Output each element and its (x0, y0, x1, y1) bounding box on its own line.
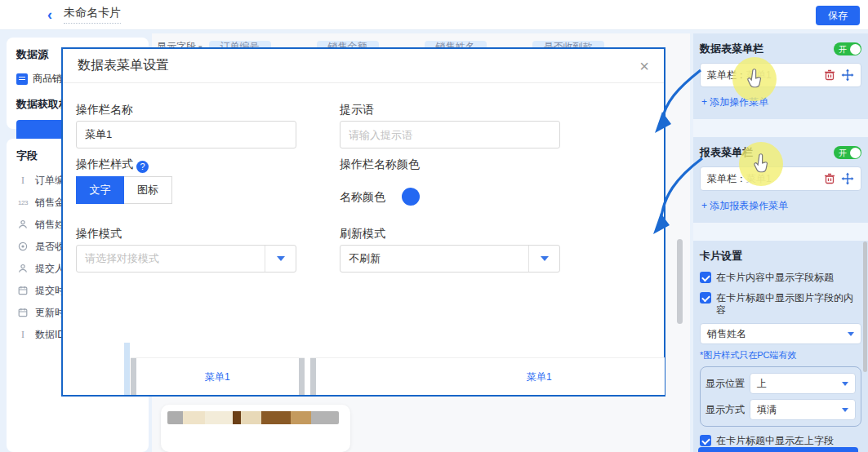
show-field-title-option[interactable]: 在卡片内容中显示字段标题 (700, 272, 861, 284)
calendar-icon (16, 286, 29, 297)
add-report-menu-link[interactable]: + 添加报表操作菜单 (701, 199, 861, 213)
style-label: 操作栏样式? (76, 157, 149, 173)
show-image-field-option[interactable]: 在卡片标题中显示图片字段的内容 (700, 292, 861, 317)
table-menu-toggle[interactable]: 开 (834, 42, 861, 55)
mode-select[interactable]: 请选择对接模式 (76, 245, 296, 273)
dropdown-arrow-icon (842, 408, 848, 412)
scroll-edge (310, 358, 316, 395)
bottom-blue-bar[interactable] (698, 447, 858, 452)
menu-name-input[interactable] (76, 121, 296, 148)
image-style-group: 显示位置 上 显示方式 填满 (700, 366, 861, 427)
tip-label: 提示语 (340, 103, 374, 117)
hand-cursor-icon (750, 153, 772, 175)
position-label: 显示位置 (706, 377, 745, 391)
card-photo (167, 411, 339, 424)
back-icon[interactable]: ‹ (47, 7, 52, 24)
save-button[interactable]: 保存 (816, 6, 860, 25)
dropdown-arrow-icon (265, 246, 296, 272)
name-color-label: 名称颜色 (340, 190, 385, 205)
panel-scrollbar[interactable] (863, 242, 867, 372)
style-segment: 文字 图标 (76, 176, 172, 204)
dropdown-arrow-icon (842, 382, 848, 386)
trash-icon[interactable] (823, 69, 836, 82)
image-field-select[interactable]: 销售姓名 (700, 323, 861, 344)
move-icon[interactable] (841, 69, 854, 82)
sheet-icon (16, 73, 28, 85)
fit-label: 显示方式 (706, 403, 745, 417)
table-menu-title: 数据表菜单栏 (700, 42, 763, 56)
style-text-button[interactable]: 文字 (76, 176, 124, 204)
show-topleft-field-option[interactable]: 在卡片标题中显示左上字段 (700, 435, 861, 447)
card-settings-title: 卡片设置 (700, 249, 861, 264)
refresh-value: 不刷新 (341, 251, 528, 266)
checkbox-checked-icon[interactable] (700, 435, 711, 446)
dropdown-arrow-icon (528, 246, 559, 272)
help-icon[interactable]: ? (136, 161, 149, 173)
settings-panel: 数据表菜单栏 开 菜单栏： 菜单1 + 添加操作菜单 报表菜单栏 开 菜单栏： … (693, 33, 868, 452)
card-edge-strip (124, 343, 130, 395)
trash-icon[interactable] (823, 172, 836, 185)
checkbox-checked-icon[interactable] (700, 292, 711, 304)
text-field-icon: I (16, 175, 29, 187)
radio-field-icon (16, 242, 29, 253)
color-swatch[interactable] (402, 188, 420, 206)
page-title[interactable]: 未命名卡片 (64, 6, 121, 24)
style-icon-button[interactable]: 图标 (124, 176, 172, 204)
mode-label: 操作模式 (76, 227, 122, 242)
cursor-highlight (732, 57, 777, 101)
person-icon (16, 264, 29, 275)
checkbox-checked-icon[interactable] (700, 272, 711, 283)
text-field-icon: I (16, 329, 29, 341)
report-menu-section: 报表菜单栏 开 菜单栏： 菜单1 + 添加报表操作菜单 (693, 137, 868, 223)
mode-placeholder: 请选择对接模式 (77, 251, 265, 266)
card-menu-preview[interactable]: 菜单1 (131, 357, 305, 395)
add-table-menu-link[interactable]: + 添加操作菜单 (701, 95, 861, 109)
modal-title: 数据表菜单设置 (78, 57, 169, 74)
scroll-edge (131, 358, 136, 395)
name-color-section-label: 操作栏名称颜色 (340, 157, 420, 172)
number-field-icon: 123 (16, 199, 29, 206)
card-settings-section: 卡片设置 在卡片内容中显示字段标题 在卡片标题中显示图片字段的内容 销售姓名 *… (693, 241, 868, 452)
card-menu-preview[interactable]: 菜单1 (310, 357, 665, 395)
person-icon (16, 219, 29, 231)
card-preview[interactable] (161, 405, 350, 452)
refresh-label: 刷新模式 (340, 227, 385, 242)
top-bar: ‹ 未命名卡片 保存 (0, 0, 868, 30)
name-label: 操作栏名称 (76, 103, 133, 117)
calendar-icon (16, 308, 29, 319)
menu-preview-label[interactable]: 菜单1 (205, 370, 230, 384)
scroll-edge (299, 358, 305, 395)
hand-cursor-icon (744, 69, 765, 90)
table-menu-section: 数据表菜单栏 开 菜单栏： 菜单1 + 添加操作菜单 (693, 33, 868, 119)
report-menu-toggle[interactable]: 开 (834, 146, 861, 159)
fit-select[interactable]: 填满 (750, 399, 856, 420)
table-menu-settings-modal: 数据表菜单设置 × 操作栏名称 提示语 操作栏样式? 文字 图标 操作栏名称颜色… (61, 47, 665, 397)
move-icon[interactable] (841, 172, 854, 185)
close-icon[interactable]: × (639, 58, 649, 74)
modal-header: 数据表菜单设置 × (63, 49, 664, 83)
table-menu-item[interactable]: 菜单栏： 菜单1 (700, 63, 861, 87)
canvas-scrollbar[interactable] (677, 239, 683, 324)
cursor-highlight (739, 142, 783, 186)
dropdown-arrow-icon (848, 332, 854, 336)
menu-preview-label[interactable]: 菜单1 (527, 370, 552, 384)
refresh-select[interactable]: 不刷新 (340, 245, 560, 273)
pc-only-note: *图片样式只在PC端有效 (700, 349, 861, 361)
tip-input[interactable] (340, 121, 560, 148)
position-select[interactable]: 上 (750, 373, 856, 394)
